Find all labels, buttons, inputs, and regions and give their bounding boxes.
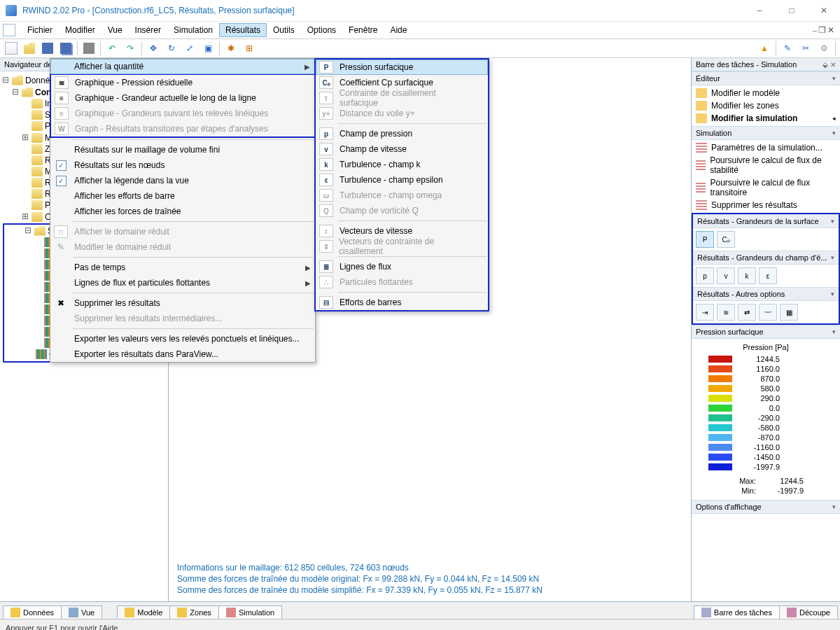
tool-b[interactable]: ↻ bbox=[163, 40, 180, 57]
submenu-item[interactable]: ≣Lignes de flux bbox=[316, 259, 488, 274]
save-as-button[interactable] bbox=[57, 40, 74, 57]
menu-item[interactable]: Exporter les résultats dans ParaView... bbox=[50, 346, 315, 362]
tool-r4[interactable]: ⚙ bbox=[816, 40, 832, 57]
open-button[interactable] bbox=[21, 40, 38, 57]
print-button[interactable] bbox=[80, 40, 97, 57]
menu-item[interactable]: Pas de temps▶ bbox=[50, 260, 315, 275]
menu-insérer[interactable]: Insérer bbox=[129, 23, 167, 37]
tab-simulation[interactable]: Simulation bbox=[218, 606, 282, 619]
document-icon bbox=[3, 24, 15, 36]
other-opt-3[interactable]: ⇄ bbox=[738, 304, 756, 321]
legend-row: 0.0 bbox=[697, 403, 834, 413]
tab-découpe[interactable]: Découpe bbox=[779, 606, 838, 619]
menu-item: □Afficher le domaine réduit bbox=[50, 224, 315, 239]
submenu-item[interactable]: vChamp de vitesse bbox=[316, 141, 488, 157]
submenu-item[interactable]: PPression surfacique bbox=[316, 59, 488, 75]
task-item[interactable]: Poursuivre le calcul de flux transitoire bbox=[694, 176, 837, 199]
task-item[interactable]: Supprimer les résultats bbox=[694, 199, 837, 211]
tool-r2[interactable]: ✎ bbox=[779, 40, 796, 57]
result-button[interactable]: ε bbox=[759, 267, 777, 284]
menu-modifier[interactable]: Modifier bbox=[59, 23, 102, 37]
result-button[interactable]: P bbox=[696, 231, 714, 248]
close-button[interactable]: ✕ bbox=[808, 0, 840, 21]
task-item[interactable]: Modifier le modèle bbox=[694, 87, 837, 99]
submenu-item[interactable]: ⊟Efforts de barres bbox=[316, 295, 488, 310]
maximize-button[interactable]: □ bbox=[776, 0, 808, 21]
results-surface-section: Résultats - Grandeurs de la surface bbox=[697, 217, 819, 225]
tool-a[interactable]: ✥ bbox=[145, 40, 162, 57]
mdi-minimize-icon[interactable]: – bbox=[813, 25, 817, 36]
submenu-item: y+Distance du voile y+ bbox=[316, 106, 488, 121]
tab-vue[interactable]: Vue bbox=[61, 606, 102, 619]
tool-e[interactable]: ✱ bbox=[223, 40, 239, 57]
tool-c[interactable]: ⤢ bbox=[181, 40, 198, 57]
mdi-controls[interactable]: – ❐ ✕ bbox=[813, 25, 840, 36]
menu-aide[interactable]: Aide bbox=[384, 23, 413, 37]
task-item[interactable]: Paramètres de la simulation... bbox=[694, 141, 837, 154]
tab-données[interactable]: Données bbox=[3, 606, 62, 619]
result-button[interactable]: k bbox=[738, 267, 756, 284]
other-opt-4[interactable]: 〰 bbox=[759, 304, 777, 321]
menu-outils[interactable]: Outils bbox=[267, 23, 301, 37]
menu-item[interactable]: Résultats sur le maillage de volume fini bbox=[50, 142, 315, 158]
tool-d[interactable]: ▣ bbox=[200, 40, 216, 57]
editor-section: Éditeur bbox=[696, 74, 720, 83]
menu-item[interactable]: ✓Résultats sur les nœuds bbox=[50, 158, 315, 173]
mdi-restore-icon[interactable]: ❐ bbox=[818, 25, 826, 36]
menu-item[interactable]: Lignes de flux et particules flottantes▶ bbox=[50, 275, 315, 290]
task-item[interactable]: Modifier les zones bbox=[694, 99, 837, 112]
menu-item[interactable]: ≋Graphique - Pression résiduelle bbox=[51, 75, 314, 90]
status-text: Appuyer sur F1 pour ouvrir l'Aide bbox=[6, 624, 118, 630]
pin-icon[interactable]: ⬙ ✕ bbox=[822, 61, 836, 69]
other-opt-1[interactable]: ⇥ bbox=[696, 304, 714, 321]
mdi-close-icon[interactable]: ✕ bbox=[827, 25, 834, 36]
other-opt-2[interactable]: ≋ bbox=[717, 304, 735, 321]
menu-item[interactable]: Afficher les forces de traînée bbox=[50, 204, 315, 219]
quantity-submenu[interactable]: PPression surfaciqueCₚCoefficient Cp sur… bbox=[314, 58, 489, 312]
minimize-button[interactable]: – bbox=[743, 0, 776, 21]
tab-modèle[interactable]: Modèle bbox=[117, 606, 170, 619]
display-options-section: Options d'affichage bbox=[696, 503, 762, 511]
submenu-item[interactable]: kTurbulence - champ k bbox=[316, 157, 488, 172]
menu-item[interactable]: Exporter les valeurs vers les relevés po… bbox=[50, 331, 315, 346]
legend-row: 1244.5 bbox=[697, 354, 834, 364]
taskbar-title: Barre des tâches - Simulation ⬙ ✕ bbox=[692, 58, 840, 71]
menu-item: ✎Modifier le domaine réduit bbox=[50, 239, 315, 255]
submenu-item[interactable]: εTurbulence - champ epsilon bbox=[316, 172, 488, 188]
menu-bar: FichierModifierVueInsérerSimulationRésul… bbox=[0, 22, 840, 39]
legend-row: 580.0 bbox=[697, 384, 834, 393]
tool-r3[interactable]: ✂ bbox=[797, 40, 814, 57]
redo-button[interactable]: ↷ bbox=[122, 40, 139, 57]
tool-f[interactable]: ⊞ bbox=[241, 40, 258, 57]
menu-item[interactable]: Afficher la quantité▶ bbox=[50, 59, 315, 74]
menu-options[interactable]: Options bbox=[301, 23, 342, 37]
legend-row: -870.0 bbox=[697, 433, 834, 442]
menu-vue[interactable]: Vue bbox=[102, 23, 129, 37]
task-item[interactable]: Modifier la simulation◂ bbox=[694, 112, 837, 125]
menu-fichier[interactable]: Fichier bbox=[21, 23, 59, 37]
other-opt-5[interactable]: ▦ bbox=[780, 304, 798, 321]
menu-item[interactable]: ✖Supprimer les résultats bbox=[50, 295, 315, 311]
tab-barre des tâches[interactable]: Barre des tâches bbox=[694, 606, 780, 619]
menu-item[interactable]: Afficher les efforts de barre bbox=[50, 188, 315, 204]
result-button[interactable]: v bbox=[717, 267, 735, 284]
submenu-item[interactable]: pChamp de pression bbox=[316, 126, 488, 141]
tool-r1[interactable]: ▲ bbox=[756, 40, 773, 57]
menu-item[interactable]: ✓Afficher la légende dans la vue bbox=[50, 173, 315, 188]
menu-fenêtre[interactable]: Fenêtre bbox=[342, 23, 384, 37]
legend-row: 1160.0 bbox=[697, 364, 834, 374]
save-button[interactable] bbox=[39, 40, 56, 57]
menu-simulation[interactable]: Simulation bbox=[167, 23, 219, 37]
drag-info-2: Somme des forces de traînée du modèle si… bbox=[177, 584, 542, 596]
bottom-tab-bar: DonnéesVue ModèleZonesSimulation Barre d… bbox=[0, 601, 840, 619]
new-button[interactable] bbox=[3, 40, 20, 57]
result-button[interactable]: p bbox=[696, 267, 714, 284]
result-button[interactable]: Cₚ bbox=[717, 231, 735, 248]
menu-item[interactable]: ≡Graphique - Grandeur actuelle le long d… bbox=[51, 90, 314, 106]
results-other-section: Résultats - Autres options bbox=[697, 290, 785, 298]
task-item[interactable]: Poursuivre le calcul de flux de stabilit… bbox=[694, 154, 837, 176]
menu-résultats[interactable]: Résultats bbox=[219, 23, 267, 37]
undo-button[interactable]: ↶ bbox=[104, 40, 120, 57]
results-menu[interactable]: Afficher la quantité▶≋Graphique - Pressi… bbox=[50, 58, 316, 363]
tab-zones[interactable]: Zones bbox=[169, 606, 219, 619]
